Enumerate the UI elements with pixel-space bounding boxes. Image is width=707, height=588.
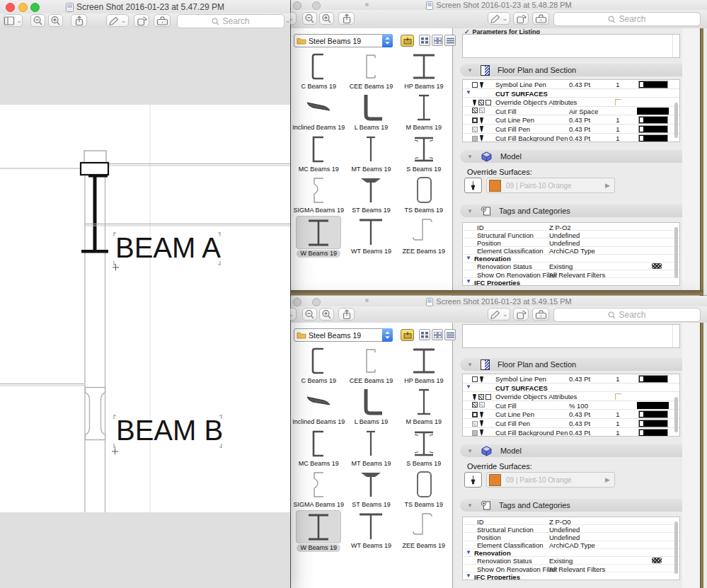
scrollbar-thumb[interactable] <box>674 227 678 278</box>
pen-number[interactable]: 1 <box>612 81 623 88</box>
library-item-st-beams-19[interactable]: ST Beams 19 <box>345 175 397 214</box>
library-item-zee-beams-19[interactable]: ZEE Beams 19 <box>398 216 450 257</box>
tag-row-show-on-renovation-filter[interactable]: Show On Renovation FilterAll Relevant Fi… <box>463 565 679 572</box>
parameter-row-cut-fill[interactable]: Cut Fill% 100 <box>463 401 679 410</box>
library-item-sigma-beams-19[interactable]: SIGMA Beams 19 <box>292 175 345 214</box>
library-item-m-beams-19[interactable]: M Beams 19 <box>398 386 450 425</box>
pen-swatch[interactable] <box>639 411 667 417</box>
zoom-in-button[interactable] <box>319 308 334 321</box>
library-item-w-beams-19[interactable]: W Beams 19 <box>292 510 345 551</box>
pen-number[interactable]: 1 <box>612 420 623 427</box>
search-input[interactable]: Search <box>553 308 701 322</box>
pen-swatch[interactable] <box>639 81 667 88</box>
pen-number[interactable]: 1 <box>612 375 623 383</box>
paint-brush-button[interactable] <box>464 178 482 193</box>
toolbar-overflow-icon[interactable]: ⌄ <box>285 18 291 24</box>
tag-value[interactable]: Z P-O2 <box>549 224 571 231</box>
parameter-value[interactable]: 0.43 Pt <box>569 81 590 88</box>
tag-row-structural-function[interactable]: Structural FunctionUndefined <box>463 231 679 238</box>
tag-value[interactable]: ArchiCAD Type <box>549 541 595 549</box>
tag-row-id[interactable]: IDZ P-O2 <box>463 223 679 231</box>
group-disclosure-icon[interactable]: ▼ <box>466 573 471 579</box>
zoom-out-button[interactable] <box>302 308 317 321</box>
paint-brush-button[interactable] <box>464 472 482 488</box>
markup-button[interactable]: ⌄ <box>488 308 510 321</box>
pen-swatch[interactable] <box>639 430 667 436</box>
section-floor-plan-and-section[interactable]: ▼Floor Plan and Section <box>460 64 692 76</box>
section-tags-and-categories[interactable]: ▼Tags and Categories <box>460 499 692 512</box>
scrollbar-thumb[interactable] <box>674 397 678 432</box>
pen-number[interactable]: 1 <box>612 134 623 142</box>
zoom-in-button[interactable] <box>319 12 334 25</box>
tag-row-position[interactable]: PositionUndefined <box>463 533 679 541</box>
library-item-c-beams-19[interactable]: C Beams 19 <box>292 345 345 384</box>
library-item-inclined-beams-19[interactable]: Inclined Beams 19 <box>292 386 345 425</box>
tag-row-renovation[interactable]: ▼Renovation <box>463 255 679 263</box>
library-item-wt-beams-19[interactable]: WT Beams 19 <box>345 510 397 551</box>
library-item-w-beams-19[interactable]: W Beams 19 <box>292 216 345 257</box>
library-item-mc-beams-19[interactable]: MC Beams 19 <box>292 428 345 467</box>
parameter-row-cut-fill-background-pen[interactable]: Cut Fill Background Pen0.43 Pt1 <box>463 134 679 142</box>
library-item-zee-beams-19[interactable]: ZEE Beams 19 <box>398 510 450 551</box>
dropdown-stepper-icon[interactable] <box>382 328 393 342</box>
parameter-row-cut-line-pen[interactable]: Cut Line Pen0.43 Pt1 <box>463 410 679 419</box>
section-floor-plan-and-section[interactable]: ▼Floor Plan and Section <box>460 358 692 371</box>
zoom-in-button[interactable] <box>48 14 63 27</box>
checkbox[interactable] <box>615 393 621 400</box>
surface-picker[interactable]: 09 | Paint-10 Orange▶ <box>486 472 615 488</box>
pen-number[interactable]: 1 <box>612 116 623 124</box>
library-item-st-beams-19[interactable]: ST Beams 19 <box>345 469 397 508</box>
tag-row-show-on-renovation-filter[interactable]: Show On Renovation FilterAll Relevant Fi… <box>463 270 679 278</box>
library-item-l-beams-19[interactable]: L Beams 19 <box>345 386 397 425</box>
markup-button[interactable]: ⌄ <box>106 14 129 27</box>
load-other-object-button[interactable] <box>401 35 414 47</box>
parameter-row-cut-fill[interactable]: Cut FillAir Space <box>463 107 679 116</box>
view-list-button[interactable] <box>444 329 456 340</box>
fill-swatch[interactable] <box>637 402 669 409</box>
parameter-value[interactable]: 0.43 Pt <box>569 116 590 124</box>
tag-row-position[interactable]: PositionUndefined <box>463 238 679 246</box>
scrollbar-thumb[interactable] <box>674 521 678 574</box>
rotate-button[interactable] <box>513 12 529 25</box>
tag-value[interactable]: Undefined <box>549 231 580 239</box>
group-disclosure-icon[interactable]: ▼ <box>466 90 471 96</box>
parameter-row-cut-fill-background-pen[interactable]: Cut Fill Background Pen0.43 Pt1 <box>463 428 679 437</box>
share-button[interactable] <box>338 308 355 321</box>
load-other-object-button[interactable] <box>401 329 414 341</box>
pen-swatch[interactable] <box>639 420 667 427</box>
view-large-icons-button[interactable] <box>432 329 443 340</box>
tag-row-ifc-properties[interactable]: ▼IFC Properties <box>463 278 679 286</box>
parameter-row-override-object-s-attributes[interactable]: Override Object's Attributes <box>463 392 679 401</box>
pane-splitter-dot[interactable] <box>365 3 369 6</box>
parameter-list-box[interactable] <box>462 324 680 348</box>
pen-number[interactable]: 1 <box>612 429 623 437</box>
pen-number[interactable]: 1 <box>612 410 623 418</box>
parameter-value[interactable]: 0.43 Pt <box>569 420 590 427</box>
library-item-mt-beams-19[interactable]: MT Beams 19 <box>345 428 397 467</box>
parameter-value[interactable]: 0.43 Pt <box>569 375 590 383</box>
tag-value[interactable]: ArchiCAD Type <box>549 247 595 255</box>
group-disclosure-icon[interactable]: ▼ <box>466 255 471 261</box>
library-item-s-beams-19[interactable]: S Beams 19 <box>398 428 450 467</box>
parameter-row-symbol-line-pen[interactable]: Symbol Line Pen0.43 Pt1 <box>463 374 679 384</box>
pen-number[interactable]: 1 <box>612 125 623 133</box>
library-item-l-beams-19[interactable]: L Beams 19 <box>345 92 397 131</box>
library-item-mt-beams-19[interactable]: MT Beams 19 <box>345 134 397 173</box>
surface-picker[interactable]: 09 | Paint-10 Orange▶ <box>486 178 615 193</box>
tag-row-renovation-status[interactable]: Renovation StatusExisting <box>463 557 679 565</box>
beam-b-label[interactable]: BEAM B <box>116 415 223 446</box>
markup-toolbox-button[interactable] <box>154 14 171 27</box>
view-large-icons-button[interactable] <box>432 35 443 46</box>
share-button[interactable] <box>338 12 355 25</box>
tag-row-renovation[interactable]: ▼Renovation <box>463 549 679 557</box>
tag-value[interactable]: All Relevant Filters <box>549 271 605 279</box>
sidebar-view-button[interactable]: ⌄ <box>4 14 23 27</box>
parameter-value[interactable]: 0.43 Pt <box>569 410 590 418</box>
beam-a-label[interactable]: BEAM A <box>115 232 221 263</box>
library-item-ts-beams-19[interactable]: TS Beams 19 <box>398 175 450 214</box>
library-item-wt-beams-19[interactable]: WT Beams 19 <box>345 216 397 257</box>
pen-swatch[interactable] <box>639 376 667 382</box>
search-input[interactable]: Search <box>177 14 284 28</box>
rotate-button[interactable] <box>513 308 529 321</box>
parameter-row-cut-surfaces[interactable]: ▼CUT SURFACES <box>463 89 679 98</box>
